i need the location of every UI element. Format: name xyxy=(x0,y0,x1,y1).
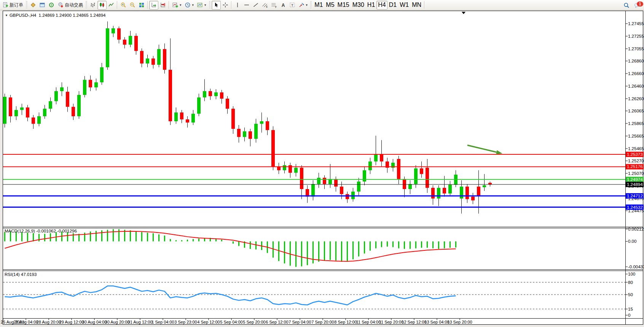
timeframe-button-h4[interactable]: H4 xyxy=(376,1,387,10)
candle-bull xyxy=(37,116,41,124)
cursor-tool-button[interactable] xyxy=(212,1,221,10)
auto-trading-button[interactable]: 自动交易 xyxy=(56,1,84,10)
chevron-down-icon[interactable]: ▾ xyxy=(204,3,206,7)
svg-text:T: T xyxy=(291,3,293,7)
chart-shift-button[interactable] xyxy=(158,1,167,10)
autoscroll-icon xyxy=(151,2,157,8)
time-tick-label: 28 Aug 04:00 xyxy=(14,320,38,324)
autotrade-icon xyxy=(57,2,64,8)
labelT-icon: T xyxy=(289,2,295,8)
navigator-button[interactable] xyxy=(47,1,56,10)
candle-bear xyxy=(403,179,406,189)
channel-tool-button[interactable]: E xyxy=(260,1,269,10)
fibo-icon: F xyxy=(271,2,277,8)
candle-bull xyxy=(243,131,246,137)
arrows-icon xyxy=(298,2,304,8)
candle-bear xyxy=(72,107,75,116)
notification-badge: 1 xyxy=(637,2,643,6)
svg-text:1.24712: 1.24712 xyxy=(627,194,643,198)
time-tick-label: 6 Sep 12:00 xyxy=(266,320,288,324)
blue-window-icon xyxy=(39,2,45,8)
toolbar-separator xyxy=(117,1,118,9)
horizontal-line-tool-button[interactable] xyxy=(242,1,251,10)
candle-bull xyxy=(374,154,378,162)
time-tick-label: 30 Aug 20:00 xyxy=(105,320,130,324)
toolbar-separator xyxy=(424,1,425,9)
line-chart-type-button[interactable] xyxy=(107,1,116,10)
candle-bull xyxy=(94,82,98,87)
svg-text:E: E xyxy=(266,5,268,8)
timeframe-button-m30[interactable]: M30 xyxy=(351,1,366,10)
crosshair-tool-button[interactable] xyxy=(221,1,230,10)
candle-bull xyxy=(197,98,201,114)
chart-symbol-info[interactable]: ▼GBPUSD-,H4 1.24869 1.24900 1.24865 1.24… xyxy=(5,13,105,18)
candle-bear xyxy=(237,129,241,137)
rsi-tick-label: 0 xyxy=(628,313,630,317)
candle-chart-type-button[interactable] xyxy=(97,1,107,10)
collapse-triangle-icon[interactable]: ▼ xyxy=(5,14,8,17)
tile-windows-button[interactable] xyxy=(137,1,146,10)
timeframe-button-m15[interactable]: M15 xyxy=(336,1,351,10)
indicators-button[interactable]: ▾ xyxy=(171,1,183,10)
price-tick-label: 1.26460 xyxy=(628,84,644,88)
new-order-button-label: 新订单 xyxy=(10,2,23,8)
time-tick-label: 5 Sep 04:00 xyxy=(220,320,242,324)
zoom-in-button[interactable] xyxy=(119,1,128,10)
arrows-tool-button[interactable]: ▾ xyxy=(297,1,309,10)
new-order-button[interactable]: 新订单 xyxy=(1,1,25,10)
timeframe-button-m1[interactable]: M1 xyxy=(313,1,324,10)
periods-button[interactable]: ▾ xyxy=(183,1,196,10)
candle-bear xyxy=(380,154,383,162)
price-tick-label: 1.25465 xyxy=(628,146,644,151)
clock-icon xyxy=(185,2,191,8)
text-tool-button[interactable]: A xyxy=(279,1,288,10)
bar-chart-type-button[interactable] xyxy=(88,1,97,10)
candle-bear xyxy=(117,28,121,40)
timeframe-button-h1[interactable]: H1 xyxy=(366,1,376,10)
candle-bull xyxy=(49,101,52,109)
notifications-button[interactable]: 1 xyxy=(633,1,642,10)
svg-text:F: F xyxy=(275,6,277,8)
textA-icon: A xyxy=(280,2,286,8)
candle-bull xyxy=(363,170,366,182)
candle-bear xyxy=(477,187,480,196)
candle-bull xyxy=(14,110,18,116)
candle-bear xyxy=(426,168,429,188)
trendline-tool-button[interactable] xyxy=(251,1,260,10)
vline-icon xyxy=(234,2,241,8)
rsi-tick-label: 100 xyxy=(628,272,635,276)
chart-canvas[interactable]: 1.274551.272551.270551.268601.266601.264… xyxy=(0,0,644,327)
timeframe-button-w1[interactable]: W1 xyxy=(398,1,410,10)
chevron-down-icon[interactable]: ▾ xyxy=(306,3,308,7)
time-tick-label: 4 Sep 12:00 xyxy=(197,320,220,324)
search-button[interactable] xyxy=(622,1,631,10)
market-watch-button[interactable] xyxy=(29,1,38,10)
template-icon xyxy=(197,2,203,8)
timeframe-button-mn[interactable]: MN xyxy=(410,1,423,10)
candle-bear xyxy=(123,40,126,45)
rsi-indicator-label: RSI(14) 47.0193 xyxy=(5,272,37,277)
templates-button[interactable]: ▾ xyxy=(195,1,208,10)
timeframe-button-m5[interactable]: M5 xyxy=(324,1,336,10)
chevron-down-icon[interactable]: ▾ xyxy=(192,3,194,7)
candle-bull xyxy=(460,187,463,199)
chart-window-button[interactable] xyxy=(38,1,47,10)
candle-bear xyxy=(323,178,326,184)
hline-icon xyxy=(244,2,250,8)
candle-bull xyxy=(283,165,286,170)
label-tool-button[interactable]: T xyxy=(288,1,297,10)
price-tag-1.24712: 1.24712 xyxy=(626,193,644,199)
candle-bear xyxy=(443,188,446,194)
time-tick-label: 12 Sep 12:00 xyxy=(402,320,426,324)
fibonacci-tool-button[interactable]: F xyxy=(269,1,279,10)
vertical-line-tool-button[interactable] xyxy=(233,1,242,10)
zoom-out-button[interactable] xyxy=(128,1,137,10)
price-tick-label: 1.27455 xyxy=(628,21,644,26)
chevron-down-icon[interactable]: ▾ xyxy=(180,3,182,7)
timeframe-button-d1[interactable]: D1 xyxy=(387,1,398,10)
time-tick-label: 13 Sep 20:00 xyxy=(447,320,472,324)
price-tick-label: 1.25070 xyxy=(628,171,644,176)
svg-text:1.25373: 1.25373 xyxy=(627,152,643,157)
auto-scroll-button[interactable] xyxy=(149,1,158,10)
price-tag-1.24894: 1.24894 xyxy=(626,182,644,187)
